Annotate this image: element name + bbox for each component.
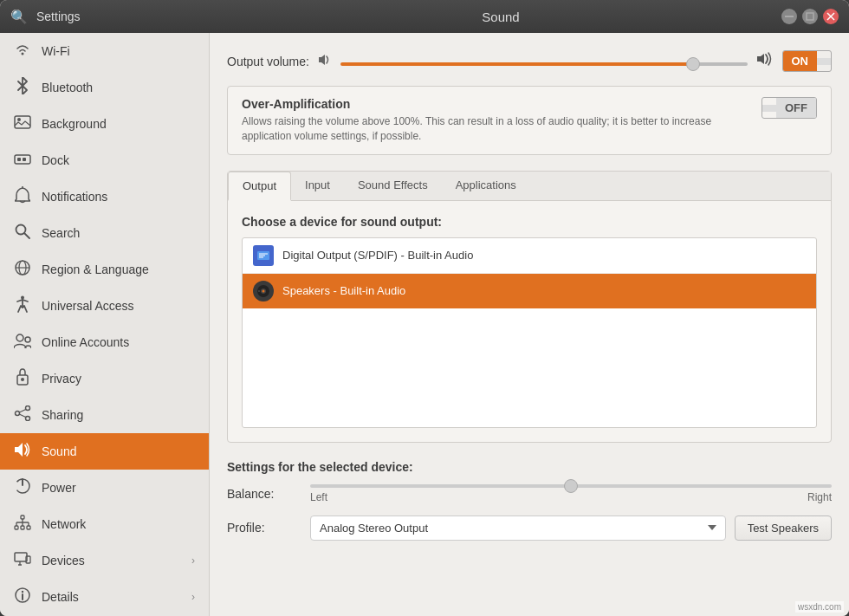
sidebar-label-wifi: Wi-Fi	[42, 44, 195, 58]
sidebar-label-online-accounts: Online Accounts	[42, 335, 195, 349]
devices-arrow-icon: ›	[191, 554, 195, 567]
profile-row: Profile: Analog Stereo Output Analog Ste…	[227, 515, 832, 541]
region-icon	[14, 260, 31, 279]
toggle-off-left	[762, 105, 776, 112]
tabs-header: Output Input Sound Effects Applications	[228, 172, 831, 201]
sidebar-item-bluetooth[interactable]: Bluetooth	[0, 69, 209, 106]
tab-content-output: Choose a device for sound output: Digita…	[228, 201, 831, 442]
sound-icon	[14, 442, 31, 461]
sidebar-item-devices[interactable]: Devices ›	[0, 542, 209, 579]
svg-point-6	[17, 118, 21, 121]
privacy-icon	[14, 368, 31, 389]
tab-output[interactable]: Output	[228, 172, 291, 201]
sidebar-item-wifi[interactable]: Wi-Fi	[0, 33, 209, 69]
device-list: Digital Output (S/PDIF) - Built-in Audio…	[242, 237, 817, 428]
tab-sound-effects[interactable]: Sound Effects	[344, 172, 442, 201]
volume-label: Output volume:	[227, 55, 309, 68]
settings-window: 🔍 Settings Sound Wi-Fi	[0, 0, 849, 616]
balance-slider[interactable]	[310, 484, 832, 488]
sidebar-item-power[interactable]: Power	[0, 470, 209, 506]
svg-rect-0	[785, 16, 794, 17]
svg-rect-38	[15, 553, 27, 561]
close-button[interactable]	[823, 9, 839, 24]
sidebar-label-search: Search	[42, 226, 195, 240]
over-amplification-title: Over-Amplification	[242, 97, 748, 111]
sidebar-item-details[interactable]: Details ›	[0, 579, 209, 615]
search-icon: 🔍	[10, 9, 28, 25]
sidebar-label-background: Background	[42, 117, 195, 131]
volume-high-icon	[756, 52, 774, 70]
svg-point-18	[25, 337, 30, 342]
dock-icon	[14, 152, 31, 169]
over-amplification-desc: Allows raising the volume above 100%. Th…	[242, 114, 748, 144]
content-area: Output volume: ON Over-Amplificat	[210, 33, 849, 616]
sidebar-item-universal-access[interactable]: Universal Access	[0, 288, 209, 324]
svg-point-15	[21, 296, 24, 300]
svg-line-11	[24, 233, 29, 238]
sidebar-item-sound[interactable]: Sound	[0, 433, 209, 470]
sidebar-item-search[interactable]: Search	[0, 215, 209, 251]
device-label-speakers: Speakers - Built-in Audio	[282, 284, 405, 297]
sidebar-label-sharing: Sharing	[42, 408, 195, 422]
minimize-button[interactable]	[781, 9, 797, 24]
profile-select[interactable]: Analog Stereo Output Analog Stereo Input…	[310, 515, 726, 541]
tab-applications[interactable]: Applications	[442, 172, 530, 201]
tab-input[interactable]: Input	[291, 172, 344, 201]
balance-row: Balance: Left Right	[227, 484, 832, 503]
wifi-icon	[14, 43, 31, 59]
svg-point-17	[16, 334, 23, 341]
device-row-speakers[interactable]: Speakers - Built-in Audio	[243, 274, 816, 308]
titlebar-left: 🔍 Settings	[10, 9, 220, 25]
balance-labels: Left Right	[310, 491, 832, 503]
sidebar-item-privacy[interactable]: Privacy	[0, 360, 209, 397]
svg-point-53	[262, 289, 265, 292]
svg-rect-1	[807, 13, 813, 20]
svg-marker-46	[757, 54, 764, 64]
sidebar-item-dock[interactable]: Dock	[0, 142, 209, 178]
titlebar: 🔍 Settings Sound	[0, 0, 849, 33]
sidebar-item-region[interactable]: Region & Language	[0, 251, 209, 288]
sidebar-item-network[interactable]: Network	[0, 506, 209, 542]
sidebar-item-notifications[interactable]: Notifications	[0, 178, 209, 215]
svg-rect-29	[21, 515, 24, 519]
sidebar-item-online-accounts[interactable]: Online Accounts	[0, 324, 209, 360]
over-amp-toggle[interactable]: OFF	[762, 97, 817, 119]
settings-section-title: Settings for the selected device:	[227, 460, 832, 474]
sidebar-label-bluetooth: Bluetooth	[42, 81, 195, 94]
choose-device-label: Choose a device for sound output:	[242, 215, 817, 229]
over-amplification-text: Over-Amplification Allows raising the vo…	[242, 97, 748, 144]
svg-point-21	[26, 406, 30, 411]
balance-slider-wrap: Left Right	[310, 484, 832, 503]
sidebar-label-power: Power	[42, 481, 195, 495]
device-label-digital: Digital Output (S/PDIF) - Built-in Audio	[282, 249, 473, 262]
toggle-on-label: ON	[783, 51, 818, 71]
toggle-off-label	[817, 58, 831, 65]
volume-slider[interactable]	[340, 62, 748, 66]
test-speakers-button[interactable]: Test Speakers	[735, 515, 832, 541]
device-row-digital[interactable]: Digital Output (S/PDIF) - Built-in Audio	[243, 238, 816, 274]
profile-row-controls: Analog Stereo Output Analog Stereo Input…	[310, 515, 832, 541]
titlebar-center: Sound	[230, 10, 771, 24]
over-amplification-box: Over-Amplification Allows raising the vo…	[227, 86, 832, 155]
network-icon	[14, 515, 31, 534]
search-sidebar-icon	[14, 224, 31, 243]
sidebar-label-network: Network	[42, 517, 195, 531]
volume-toggle[interactable]: ON	[782, 50, 833, 72]
speaker-device-icon	[253, 281, 274, 302]
sidebar-label-details: Details	[42, 590, 181, 604]
details-arrow-icon: ›	[191, 591, 195, 603]
titlebar-app-title: Settings	[36, 10, 81, 23]
maximize-button[interactable]	[802, 9, 818, 24]
titlebar-controls	[781, 9, 839, 24]
access-icon	[14, 295, 31, 316]
svg-line-25	[19, 414, 26, 418]
svg-point-54	[258, 290, 260, 292]
sidebar-item-sharing[interactable]: Sharing	[0, 397, 209, 433]
volume-row: Output volume: ON	[227, 50, 832, 72]
sidebar-item-background[interactable]: Background	[0, 106, 209, 142]
svg-rect-9	[23, 158, 26, 161]
svg-point-20	[21, 378, 24, 381]
svg-rect-8	[17, 158, 21, 161]
devices-icon	[14, 551, 31, 570]
balance-left-label: Left	[310, 491, 327, 503]
